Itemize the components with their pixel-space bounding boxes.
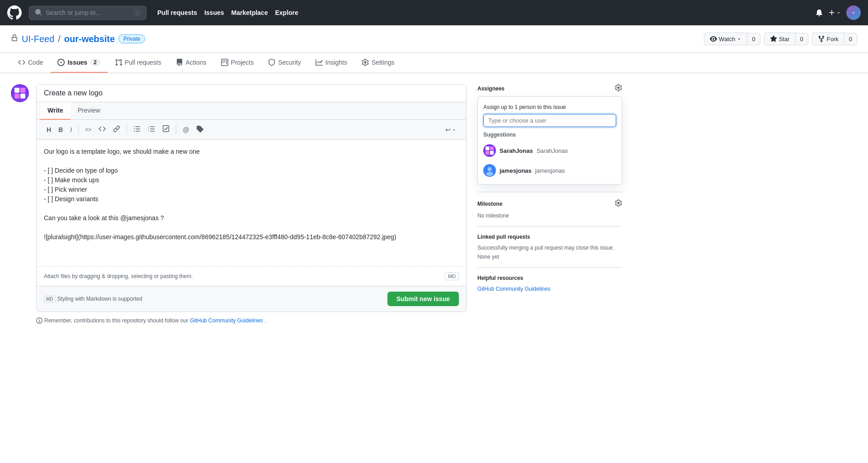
watch-label: Watch <box>719 36 735 43</box>
top-nav-links: Pull requests Issues Marketplace Explore <box>157 9 298 16</box>
star-label: Star <box>779 36 790 43</box>
tab-insights[interactable]: Insights <box>308 53 354 73</box>
main-content: Write Preview H B I <> <box>0 73 633 335</box>
nav-marketplace[interactable]: Marketplace <box>231 9 268 16</box>
editor-tab-bar: Write Preview <box>37 102 466 120</box>
tab-issues[interactable]: Issues 2 <box>50 53 107 73</box>
heading-button[interactable]: H <box>44 124 54 135</box>
undo-button[interactable]: ↩ <box>443 124 459 135</box>
markdown-label: Styling with Markdown is supported <box>57 296 142 302</box>
submit-button[interactable]: Submit new issue <box>387 292 459 306</box>
plus-icon <box>828 9 835 16</box>
nav-pull-requests[interactable]: Pull requests <box>157 9 197 16</box>
search-icon <box>35 9 42 17</box>
linked-pr-none: None yet <box>477 254 622 260</box>
tab-security-label: Security <box>278 59 301 66</box>
issue-title-input[interactable] <box>37 85 466 102</box>
search-bar[interactable]: Search or jump to... / <box>29 6 146 20</box>
tab-issues-label: Issues <box>67 59 87 66</box>
assignees-header: Assignees <box>477 84 622 93</box>
issue-form-area: Write Preview H B I <> <box>11 84 467 324</box>
assignees-gear-button[interactable] <box>615 84 622 93</box>
watch-button[interactable]: Watch <box>704 33 747 45</box>
repo-owner-link[interactable]: UI-Feed <box>22 34 54 44</box>
visibility-badge: Private <box>118 34 145 43</box>
contrib-note: Remember, contributions to this reposito… <box>36 317 467 324</box>
code-button[interactable] <box>96 123 108 136</box>
contrib-link[interactable]: GitHub Community Guidelines <box>190 317 263 324</box>
write-tab[interactable]: Write <box>40 102 71 120</box>
suggestions-label: Suggestions <box>478 129 622 141</box>
avatar-chevron-icon <box>851 10 856 15</box>
avatar-icon <box>13 86 27 100</box>
notifications-button[interactable] <box>816 9 823 16</box>
svg-rect-1 <box>14 88 19 93</box>
github-logo[interactable] <box>7 5 22 20</box>
james-login: jamesjonas <box>535 167 565 174</box>
nav-issues[interactable]: Issues <box>204 9 224 16</box>
linked-pr-title: Linked pull requests <box>477 234 622 240</box>
toolbar: H B I <> <box>37 120 466 140</box>
tab-pr-label: Pull requests <box>125 59 161 66</box>
suggestion-item-james[interactable]: jamesjonas jamesjonas <box>478 161 622 180</box>
milestone-gear-icon <box>615 199 622 207</box>
svg-rect-6 <box>486 146 489 150</box>
assignee-search <box>483 114 616 127</box>
star-icon <box>770 35 777 43</box>
suggestion-item-sarah[interactable]: SarahJonas SarahJonas <box>478 141 622 161</box>
toolbar-divider-1 <box>78 125 79 134</box>
tab-security[interactable]: Security <box>261 53 308 73</box>
task-list-button[interactable] <box>160 123 172 136</box>
unordered-list-button[interactable] <box>131 123 143 136</box>
contrib-text: Remember, contributions to this reposito… <box>44 317 188 324</box>
helpful-link[interactable]: GitHub Community Guidelines <box>477 286 550 292</box>
assignee-search-input[interactable] <box>483 114 616 127</box>
issues-icon <box>57 59 65 66</box>
link-button[interactable] <box>110 123 123 136</box>
github-logo-icon <box>7 5 22 20</box>
fork-count: 0 <box>844 33 857 45</box>
top-nav-icons <box>816 5 861 20</box>
sarah-name: SarahJonas <box>500 147 533 154</box>
user-avatar <box>11 84 29 102</box>
form-actions: MD Styling with Markdown is supported Su… <box>37 286 466 312</box>
tab-insights-label: Insights <box>326 59 347 66</box>
bold-button[interactable]: B <box>56 124 66 135</box>
search-placeholder: Search or jump to... <box>46 9 101 16</box>
create-button[interactable] <box>828 9 841 16</box>
info-icon <box>36 317 42 324</box>
fork-button[interactable]: Fork <box>812 33 844 45</box>
editor-body[interactable]: Our logo is a template logo, we should m… <box>37 140 466 266</box>
search-kbd: / <box>134 9 141 16</box>
insights-icon <box>316 59 323 66</box>
repo-name-link[interactable]: our-website <box>64 34 115 44</box>
svg-rect-3 <box>14 94 19 99</box>
ordered-list-button[interactable] <box>145 123 158 136</box>
mention-button[interactable]: @ <box>180 124 192 135</box>
md-icon: MD <box>445 272 459 280</box>
preview-tab[interactable]: Preview <box>71 102 108 119</box>
chevron-down-icon <box>836 10 841 15</box>
cross-ref-button[interactable] <box>193 123 206 136</box>
security-icon <box>268 59 275 66</box>
eye-icon <box>710 35 717 43</box>
quote-button[interactable]: <> <box>82 125 94 135</box>
milestone-gear-button[interactable] <box>615 199 622 208</box>
fork-label: Fork <box>827 36 839 43</box>
toolbar-divider-3 <box>176 125 176 134</box>
tab-pull-requests[interactable]: Pull requests <box>108 53 169 73</box>
tab-actions[interactable]: Actions <box>169 53 214 73</box>
avatar[interactable] <box>846 5 861 20</box>
tab-projects[interactable]: Projects <box>214 53 261 73</box>
italic-button[interactable]: I <box>67 124 75 135</box>
settings-icon <box>362 59 369 66</box>
nav-explore[interactable]: Explore <box>275 9 298 16</box>
svg-point-12 <box>486 172 493 176</box>
tab-code[interactable]: Code <box>11 53 50 73</box>
james-avatar <box>483 164 496 177</box>
tab-settings[interactable]: Settings <box>354 53 402 73</box>
watch-group: Watch 0 <box>704 33 760 45</box>
watch-count: 0 <box>747 33 760 45</box>
milestone-header: Milestone <box>477 199 622 208</box>
star-button[interactable]: Star <box>764 33 796 45</box>
